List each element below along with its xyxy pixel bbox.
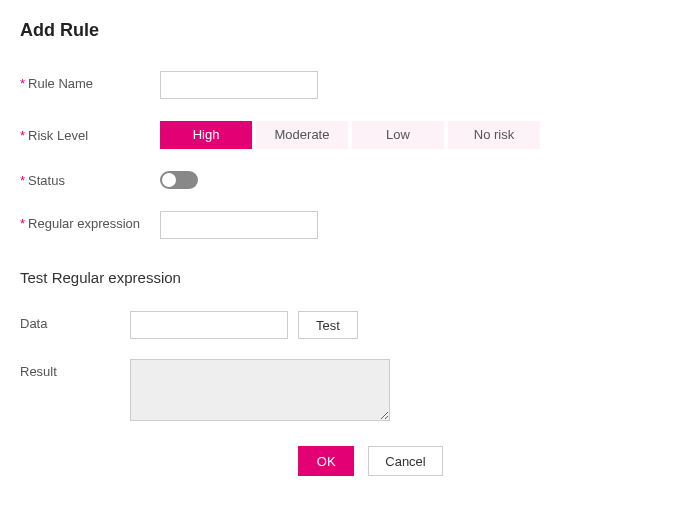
risk-level-norisk[interactable]: No risk xyxy=(448,121,540,149)
risk-level-group: High Moderate Low No risk xyxy=(160,121,544,149)
toggle-knob-icon xyxy=(162,173,176,187)
data-input[interactable] xyxy=(130,311,288,339)
regex-label-text: Regular expression xyxy=(28,216,140,231)
rule-form: *Rule Name *Risk Level High Moderate Low… xyxy=(20,71,661,239)
required-star-icon: * xyxy=(20,76,25,91)
result-label: Result xyxy=(20,359,130,379)
risk-level-moderate[interactable]: Moderate xyxy=(256,121,348,149)
test-section: Test Regular expression Data Test Result xyxy=(20,269,661,421)
cancel-button[interactable]: Cancel xyxy=(368,446,442,476)
rule-name-label: *Rule Name xyxy=(20,71,160,91)
rule-name-label-text: Rule Name xyxy=(28,76,93,91)
risk-level-high[interactable]: High xyxy=(160,121,252,149)
risk-level-label-text: Risk Level xyxy=(28,128,88,143)
required-star-icon: * xyxy=(20,216,25,231)
risk-level-label: *Risk Level xyxy=(20,128,160,143)
test-section-heading: Test Regular expression xyxy=(20,269,661,286)
regex-input[interactable] xyxy=(160,211,318,239)
result-output xyxy=(130,359,390,421)
required-star-icon: * xyxy=(20,128,25,143)
rule-name-input[interactable] xyxy=(160,71,318,99)
footer-buttons: OK Cancel xyxy=(80,446,661,476)
page-title: Add Rule xyxy=(20,20,661,41)
regex-label: *Regular expression xyxy=(20,211,160,231)
status-label: *Status xyxy=(20,173,160,188)
data-label: Data xyxy=(20,311,130,331)
status-toggle[interactable] xyxy=(160,171,198,189)
status-label-text: Status xyxy=(28,173,65,188)
test-button[interactable]: Test xyxy=(298,311,358,339)
required-star-icon: * xyxy=(20,173,25,188)
risk-level-low[interactable]: Low xyxy=(352,121,444,149)
ok-button[interactable]: OK xyxy=(298,446,354,476)
